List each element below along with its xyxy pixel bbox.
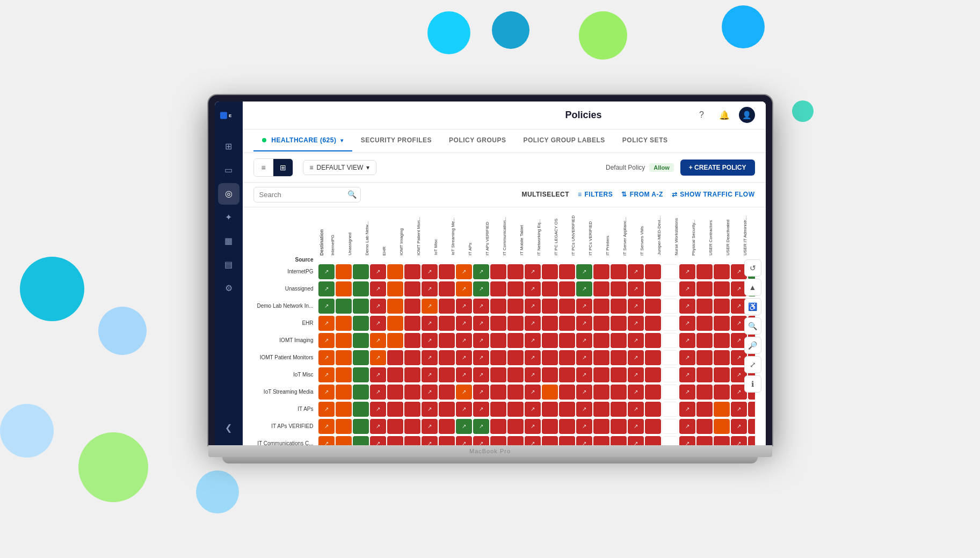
matrix-cell[interactable] bbox=[714, 281, 730, 296]
matrix-cell[interactable]: ↗ bbox=[318, 281, 335, 296]
matrix-cell[interactable] bbox=[336, 436, 352, 445]
matrix-cell[interactable] bbox=[645, 419, 661, 434]
matrix-cell[interactable] bbox=[662, 419, 678, 434]
matrix-cell[interactable] bbox=[645, 350, 661, 365]
matrix-cell[interactable] bbox=[662, 350, 678, 365]
matrix-cell[interactable] bbox=[662, 264, 678, 279]
matrix-cell[interactable] bbox=[387, 385, 403, 400]
help-button[interactable]: ? bbox=[694, 107, 710, 123]
matrix-cell[interactable] bbox=[439, 436, 455, 445]
sort-az-button[interactable]: ⇅ FROM A-Z bbox=[621, 191, 663, 198]
matrix-cell[interactable]: ↗ bbox=[370, 402, 386, 417]
matrix-cell[interactable] bbox=[593, 436, 609, 445]
sidebar-item-settings[interactable]: ⚙ bbox=[218, 278, 239, 299]
matrix-cell[interactable] bbox=[748, 419, 755, 434]
matrix-cell[interactable]: ↗ bbox=[576, 316, 592, 331]
matrix-cell[interactable]: ↗ bbox=[422, 281, 438, 296]
matrix-cell[interactable] bbox=[662, 367, 678, 382]
matrix-cell[interactable]: ↗ bbox=[525, 436, 541, 445]
matrix-cell[interactable] bbox=[439, 367, 455, 382]
matrix-cell[interactable] bbox=[611, 264, 627, 279]
sidebar-item-chart[interactable]: ▦ bbox=[218, 230, 239, 252]
matrix-cell[interactable] bbox=[507, 350, 524, 365]
matrix-cell[interactable] bbox=[593, 367, 609, 382]
matrix-cell[interactable] bbox=[645, 281, 661, 296]
matrix-cell[interactable] bbox=[714, 350, 730, 365]
matrix-cell[interactable] bbox=[542, 299, 558, 314]
tab-healthcare[interactable]: HEALTHCARE (625) ▾ bbox=[253, 130, 352, 151]
matrix-cell[interactable] bbox=[336, 264, 352, 279]
sidebar-collapse-button[interactable]: ❮ bbox=[218, 417, 239, 439]
matrix-cell[interactable] bbox=[542, 367, 558, 382]
matrix-cell[interactable] bbox=[404, 419, 420, 434]
matrix-cell[interactable] bbox=[387, 333, 403, 348]
matrix-cell[interactable]: ↗ bbox=[576, 436, 592, 445]
refresh-button[interactable]: ↺ bbox=[744, 259, 761, 277]
matrix-cell[interactable] bbox=[593, 281, 609, 296]
matrix-cell[interactable]: ↗ bbox=[318, 367, 335, 382]
cursor-button[interactable]: ▲ bbox=[744, 279, 761, 296]
matrix-cell[interactable] bbox=[542, 419, 558, 434]
matrix-cell[interactable] bbox=[404, 385, 420, 400]
matrix-cell[interactable] bbox=[336, 281, 352, 296]
matrix-cell[interactable] bbox=[490, 367, 506, 382]
matrix-cell[interactable] bbox=[559, 316, 575, 331]
matrix-cell[interactable] bbox=[611, 436, 627, 445]
matrix-cell[interactable] bbox=[714, 419, 730, 434]
matrix-cell[interactable] bbox=[490, 316, 506, 331]
matrix-cell[interactable] bbox=[507, 385, 524, 400]
matrix-cell[interactable]: ↗ bbox=[525, 333, 541, 348]
matrix-cell[interactable] bbox=[387, 264, 403, 279]
matrix-cell[interactable] bbox=[507, 367, 524, 382]
matrix-cell[interactable]: ↗ bbox=[422, 419, 438, 434]
matrix-cell[interactable] bbox=[439, 333, 455, 348]
matrix-cell[interactable] bbox=[507, 419, 524, 434]
matrix-cell[interactable]: ↗ bbox=[628, 264, 644, 279]
matrix-cell[interactable]: ↗ bbox=[628, 402, 644, 417]
matrix-cell[interactable] bbox=[611, 333, 627, 348]
matrix-cell[interactable]: ↗ bbox=[422, 316, 438, 331]
matrix-cell[interactable] bbox=[439, 385, 455, 400]
matrix-cell[interactable]: ↗ bbox=[473, 419, 489, 434]
accessibility-button[interactable]: ♿ bbox=[744, 298, 761, 315]
matrix-cell[interactable] bbox=[353, 299, 369, 314]
search-submit-button[interactable]: 🔍 bbox=[347, 190, 357, 199]
matrix-cell[interactable] bbox=[696, 402, 713, 417]
matrix-cell[interactable]: ↗ bbox=[370, 333, 386, 348]
matrix-cell[interactable] bbox=[490, 333, 506, 348]
user-avatar[interactable]: 👤 bbox=[739, 107, 755, 123]
matrix-cell[interactable] bbox=[542, 281, 558, 296]
matrix-cell[interactable] bbox=[507, 333, 524, 348]
matrix-cell[interactable] bbox=[559, 264, 575, 279]
matrix-cell[interactable]: ↗ bbox=[318, 402, 335, 417]
matrix-cell[interactable]: ↗ bbox=[422, 402, 438, 417]
zoom-out-button[interactable]: 🔎 bbox=[744, 337, 761, 354]
sidebar-item-network[interactable]: ✦ bbox=[218, 207, 239, 228]
matrix-cell[interactable] bbox=[593, 402, 609, 417]
matrix-cell[interactable] bbox=[559, 333, 575, 348]
matrix-cell[interactable] bbox=[714, 436, 730, 445]
matrix-cell[interactable] bbox=[490, 264, 506, 279]
matrix-cell[interactable]: ↗ bbox=[456, 281, 472, 296]
matrix-cell[interactable] bbox=[559, 350, 575, 365]
matrix-cell[interactable]: ↗ bbox=[370, 436, 386, 445]
matrix-cell[interactable] bbox=[542, 385, 558, 400]
matrix-cell[interactable] bbox=[611, 367, 627, 382]
matrix-cell[interactable] bbox=[353, 385, 369, 400]
matrix-cell[interactable] bbox=[353, 281, 369, 296]
matrix-cell[interactable] bbox=[507, 264, 524, 279]
search-input[interactable] bbox=[253, 187, 361, 202]
matrix-cell[interactable] bbox=[336, 385, 352, 400]
matrix-cell[interactable]: ↗ bbox=[473, 367, 489, 382]
matrix-cell[interactable] bbox=[645, 299, 661, 314]
matrix-cell[interactable] bbox=[353, 436, 369, 445]
matrix-cell[interactable]: ↗ bbox=[422, 367, 438, 382]
expand-button[interactable]: ⤢ bbox=[744, 356, 761, 373]
matrix-cell[interactable] bbox=[611, 299, 627, 314]
matrix-cell[interactable]: ↗ bbox=[679, 385, 695, 400]
matrix-cell[interactable]: ↗ bbox=[679, 350, 695, 365]
matrix-cell[interactable]: ↗ bbox=[576, 367, 592, 382]
matrix-cell[interactable] bbox=[696, 316, 713, 331]
matrix-cell[interactable]: ↗ bbox=[473, 385, 489, 400]
matrix-cell[interactable] bbox=[714, 299, 730, 314]
